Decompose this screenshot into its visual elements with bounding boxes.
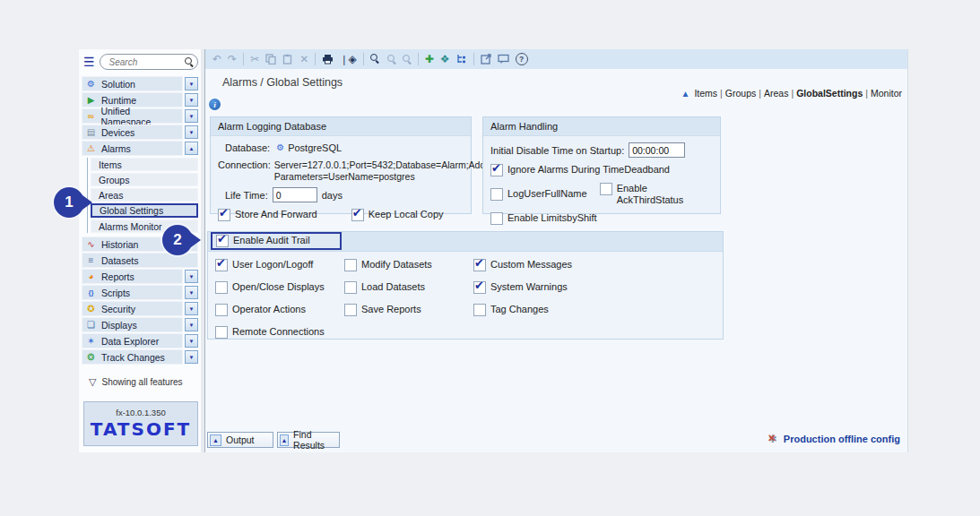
database-value[interactable]: PostgreSQL <box>288 142 342 153</box>
sidebar-item-global-settings[interactable]: Global Settings <box>91 203 198 218</box>
dropdown-arrow[interactable]: ▼ <box>185 286 198 299</box>
monitor-icon: ❏ <box>85 321 97 330</box>
checkbox-ignore-alarms-timedeadband[interactable]: Ignore Alarms During TimeDeadband <box>490 164 670 176</box>
sidebar-item-items[interactable]: Items <box>91 158 198 171</box>
breadcrumb-areas[interactable]: Areas <box>764 88 788 99</box>
sidebar-item-areas[interactable]: Areas <box>91 188 198 202</box>
checkbox-icon <box>473 304 486 316</box>
sidebar-item-track-changes[interactable]: ❂Track Changes ▼ <box>82 350 198 364</box>
menu-icon[interactable]: ☰ <box>83 56 95 67</box>
link-icon: ∞ <box>85 112 96 121</box>
breadcrumb-items[interactable]: Items <box>694 88 717 99</box>
checkbox-open-close-displays[interactable]: Open/Close Displays <box>215 281 325 294</box>
dropdown-arrow[interactable]: ▼ <box>185 350 198 364</box>
open-window-icon[interactable] <box>481 54 491 64</box>
locate-icon[interactable]: ❘◈ <box>340 54 356 64</box>
add-tag-icon[interactable]: ✚ <box>425 54 434 64</box>
search-icon[interactable] <box>185 57 194 66</box>
sidebar-item-data-explorer[interactable]: ✶Data Explorer ▼ <box>82 334 198 348</box>
dropdown-arrow[interactable]: ▼ <box>185 318 198 331</box>
sidebar-item-unified-namespace[interactable]: ∞Unified Namespace ▼ <box>82 109 198 123</box>
chart-icon: ∿ <box>85 240 97 249</box>
checkbox-icon <box>215 326 228 339</box>
tree-view-icon[interactable] <box>456 54 467 64</box>
dropdown-arrow[interactable]: ▼ <box>185 93 198 107</box>
checkbox-modify-datasets[interactable]: Modify Datasets <box>344 259 432 271</box>
toolbar-separator <box>473 53 474 65</box>
find-previous-icon[interactable] <box>403 55 412 64</box>
sidebar-item-reports[interactable]: ◕Reports ▼ <box>82 270 198 283</box>
tags-icon[interactable]: ❖ <box>440 54 450 64</box>
connection-value[interactable]: Server=127.0.0.1;Port=5432;Database=Alar… <box>274 159 510 183</box>
panel-title: Alarm Handling <box>483 117 720 136</box>
checkbox-label: LogUserFullName <box>507 188 587 200</box>
checkbox-user-logon-logoff[interactable]: User Logon/Logoff <box>215 259 325 271</box>
checkbox-enable-ackthirdstatus[interactable]: Enable AckThirdStatus <box>600 183 713 206</box>
filter-icon: ▽ <box>89 376 96 388</box>
sidebar-item-label: Unified Namespace <box>100 106 179 127</box>
sidebar-item-solution[interactable]: ⚙Solution ▼ <box>82 77 198 90</box>
dropdown-arrow[interactable]: ▼ <box>185 109 198 123</box>
delete-icon[interactable]: ✕ <box>299 54 308 64</box>
checkbox-custom-messages[interactable]: Custom Messages <box>473 259 572 271</box>
audit-trail-header: Enable Audit Trail <box>208 232 723 252</box>
redo-icon[interactable]: ↷ <box>228 54 237 64</box>
checkbox-enable-audit-trail[interactable]: Enable Audit Trail <box>216 235 310 247</box>
feature-filter[interactable]: ▽ Showing all features <box>89 376 198 388</box>
lifetime-label: Life Time: <box>225 190 268 201</box>
checkbox-save-reports[interactable]: Save Reports <box>344 304 432 316</box>
main-area: ↶ ↷ ✂ ✕ ❘◈ ✚ ❖ ? Alarms / Global Setting… <box>205 49 908 452</box>
checkbox-enable-limitsbyshift[interactable]: Enable LimitsbyShift <box>490 212 597 225</box>
dropdown-arrow[interactable]: ▼ <box>185 302 198 315</box>
info-icon[interactable]: i <box>209 99 221 110</box>
search-box[interactable] <box>100 54 198 70</box>
sidebar-item-label: Alarms <box>101 143 131 154</box>
breadcrumb-monitor[interactable]: Monitor <box>871 88 902 99</box>
checkbox-remote-connections[interactable]: Remote Connections <box>215 326 325 339</box>
dropdown-arrow[interactable]: ▼ <box>185 334 198 348</box>
search-icon[interactable] <box>370 54 381 64</box>
database-gear-icon: ⚙ <box>274 143 286 152</box>
breadcrumb-groups[interactable]: Groups <box>725 88 756 99</box>
sidebar-item-devices[interactable]: ▤Devices ▼ <box>82 125 198 139</box>
disable-time-label: Initial Disable Time on Startup: <box>490 145 624 156</box>
find-results-button[interactable]: ▲ Find Results <box>277 432 340 448</box>
breadcrumb-globalsettings[interactable]: GlobalSettings <box>796 88 863 99</box>
checkbox-label: Keep Local Copy <box>369 209 444 220</box>
dropdown-arrow[interactable]: ▼ <box>185 125 198 139</box>
undo-icon[interactable]: ↶ <box>212 54 221 64</box>
checkbox-keep-local-copy[interactable]: Keep Local Copy <box>351 209 444 221</box>
dropdown-arrow[interactable]: ▼ <box>185 77 198 90</box>
sidebar-item-displays[interactable]: ❏Displays ▼ <box>82 318 198 331</box>
toolbar: ↶ ↷ ✂ ✕ ❘◈ ✚ ❖ ? <box>205 49 907 69</box>
sidebar-item-security[interactable]: ✪Security ▼ <box>82 302 198 315</box>
sidebar-item-scripts[interactable]: {}Scripts ▼ <box>82 286 198 299</box>
lifetime-input[interactable] <box>273 187 317 202</box>
output-button[interactable]: ▲ Output <box>207 432 273 448</box>
sidebar-item-label: Data Explorer <box>101 336 159 347</box>
cut-icon[interactable]: ✂ <box>250 54 259 64</box>
checkbox-icon <box>473 281 486 294</box>
search-input[interactable] <box>108 56 185 68</box>
checkbox-tag-changes[interactable]: Tag Changes <box>473 304 572 316</box>
find-next-icon[interactable] <box>387 55 396 64</box>
sidebar-item-groups[interactable]: Groups <box>91 173 198 186</box>
collapse-arrow[interactable]: ▲ <box>185 142 198 155</box>
copy-icon[interactable] <box>265 54 276 64</box>
help-icon[interactable]: ? <box>516 53 528 65</box>
production-mode-indicator[interactable]: ✱✕ Production offline config <box>767 433 900 445</box>
sidebar-item-alarms[interactable]: ⚠Alarms ▲ <box>82 142 198 155</box>
sidebar-item-datasets[interactable]: ≡Datasets <box>82 254 198 267</box>
checkbox-operator-actions[interactable]: Operator Actions <box>215 304 325 316</box>
pinwheel-icon: ❂ <box>85 353 97 362</box>
checkbox-loguserfullname[interactable]: LogUserFullName <box>490 188 587 201</box>
checkbox-store-and-forward[interactable]: Store And Forward <box>218 209 317 221</box>
subitem-label: Items <box>99 159 122 170</box>
paste-icon[interactable] <box>282 54 293 64</box>
checkbox-load-datasets[interactable]: Load Datasets <box>344 281 432 294</box>
dropdown-arrow[interactable]: ▼ <box>185 270 198 283</box>
print-icon[interactable] <box>322 54 334 64</box>
checkbox-system-warnings[interactable]: System Warnings <box>473 281 572 294</box>
comment-icon[interactable] <box>498 54 509 64</box>
disable-time-input[interactable] <box>629 142 685 158</box>
